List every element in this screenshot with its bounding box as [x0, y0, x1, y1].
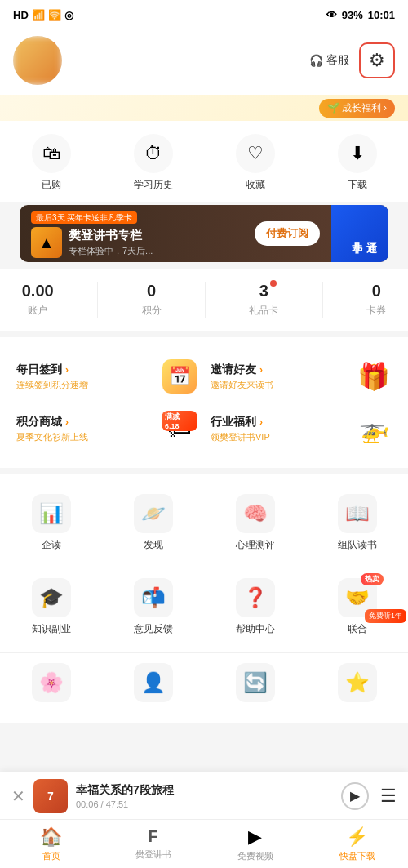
- services-grid-2: 🎓 知识副业 📬 意见反馈 ❓ 帮助中心 热卖 🤝 联合 免费听1年: [0, 568, 408, 652]
- avatar[interactable]: [13, 36, 62, 85]
- growth-tag[interactable]: 🌱 成长福利 ›: [319, 99, 395, 118]
- quick-icon-purchased[interactable]: 🛍 已购: [32, 134, 71, 192]
- quick-icon-download[interactable]: ⬇ 下载: [338, 134, 377, 192]
- subscribe-button[interactable]: 付费订阅: [255, 221, 320, 246]
- feedback-icon: 📬: [134, 578, 173, 617]
- service-psychology[interactable]: 🧠 心理测评: [204, 484, 306, 562]
- stat-account[interactable]: 0.00 账户: [22, 282, 54, 318]
- feature-invite[interactable]: 邀请好友 › 邀请好友来读书 🎁: [204, 350, 398, 403]
- nav-fast-download[interactable]: ⚡ 快盘下载: [306, 823, 408, 866]
- promo-section: 最后3天 买年卡送非凡季卡 ▲ 樊登讲书专栏 专栏体验中，7天后... 付费订阅…: [10, 205, 398, 262]
- status-signal: 📶: [32, 9, 45, 21]
- service-extra-2[interactable]: 👤: [102, 653, 204, 717]
- services-grid-1: 📊 企读 🪐 发现 🧠 心理测评 📖 组队读书: [0, 484, 408, 568]
- favorites-label: 收藏: [246, 178, 265, 192]
- status-wifi: 🛜: [48, 9, 61, 21]
- service-extra-1[interactable]: 🌸: [0, 653, 102, 717]
- service-joint[interactable]: 热卖 🤝 联合 免费听1年: [306, 568, 408, 646]
- purchased-icon: 🛍: [32, 134, 71, 173]
- player-controls: ▶ ☰: [341, 782, 397, 810]
- growth-label: 🌱 成长福利: [327, 101, 381, 115]
- stat-gift-card[interactable]: 3 礼品卡: [249, 282, 278, 318]
- gift-card-dot: [270, 280, 277, 287]
- stat-divider-3: [322, 282, 323, 318]
- service-help[interactable]: ❓ 帮助中心: [204, 568, 306, 646]
- setting-button[interactable]: ⚙: [359, 42, 395, 78]
- services-grid-3: 🌸 👤 🔄 ⭐: [0, 652, 408, 723]
- player-list-button[interactable]: ☰: [380, 786, 397, 807]
- feature-industry-content: 行业福利 › 领樊登讲书VIP: [211, 415, 349, 443]
- growth-banner[interactable]: 🌱 成长福利 ›: [0, 95, 408, 121]
- headphone-icon: 🎧: [309, 54, 323, 67]
- nav-fast-label: 快盘下载: [339, 850, 375, 862]
- feature-industry[interactable]: 行业福利 › 领樊登讲书VIP 🚁: [204, 403, 398, 455]
- history-label: 学习历史: [134, 178, 173, 192]
- player-play-button[interactable]: ▶: [341, 782, 369, 810]
- quick-icon-history[interactable]: ⏱ 学习历史: [134, 134, 173, 192]
- hot-badge: 热卖: [361, 573, 384, 585]
- stat-coupon[interactable]: 0 卡券: [366, 282, 386, 318]
- signin-icon: 📅: [162, 358, 197, 394]
- battery-indicator: 93%: [342, 9, 363, 21]
- psychology-icon: 🧠: [236, 494, 275, 533]
- extra-3-icon: 🔄: [236, 663, 275, 702]
- stat-divider-2: [205, 282, 206, 318]
- history-icon: ⏱: [134, 134, 173, 173]
- player-close-button[interactable]: ✕: [11, 786, 25, 806]
- enterprise-icon: 📊: [32, 494, 71, 533]
- status-bar: HD 📶 🛜 ◎ 👁 93% 10:01: [0, 0, 408, 29]
- promo-text: 樊登讲书专栏 专栏体验中，7天后...: [69, 228, 153, 257]
- status-extra: ◎: [64, 9, 73, 21]
- stat-points[interactable]: 0 积分: [142, 282, 162, 318]
- quick-icon-favorites[interactable]: ♡ 收藏: [236, 134, 275, 192]
- home-icon: 🏠: [40, 826, 62, 848]
- player-thumbnail: 7: [33, 779, 68, 813]
- player-info: 幸福关系的7段旅程 00:06 / 47:51: [76, 783, 333, 809]
- player-title: 幸福关系的7段旅程: [76, 783, 333, 798]
- nav-free-video[interactable]: ▶ 免费视频: [204, 823, 306, 866]
- favorites-icon: ♡: [236, 134, 275, 173]
- promo-right-card[interactable]: 非凡开通: [331, 205, 388, 262]
- service-knowledge[interactable]: 🎓 知识副业: [0, 568, 102, 646]
- status-hd: HD: [13, 9, 29, 21]
- service-feedback[interactable]: 📬 意见反馈: [102, 568, 204, 646]
- bottom-player: ✕ 7 幸福关系的7段旅程 00:06 / 47:51 ▶ ☰: [0, 772, 408, 819]
- feature-daily-signin[interactable]: 每日签到 › 连续签到积分速增 📅: [10, 350, 204, 403]
- status-time: 10:01: [368, 9, 395, 21]
- nav-fandeng[interactable]: F 樊登讲书: [102, 824, 204, 864]
- status-right: 👁 93% 10:01: [326, 9, 395, 21]
- discover-icon: 🪐: [134, 494, 173, 533]
- promo-left: 最后3天 买年卡送非凡季卡 ▲ 樊登讲书专栏 专栏体验中，7天后...: [31, 209, 153, 258]
- team-reading-icon: 📖: [338, 494, 377, 533]
- service-extra-4[interactable]: ⭐: [306, 653, 408, 717]
- growth-arrow: ›: [384, 102, 387, 114]
- mall-badge: 满减 6.18: [162, 411, 197, 431]
- notification-dot: [54, 38, 60, 44]
- stats-row: 0.00 账户 0 积分 3 礼品卡 0 卡券: [0, 269, 408, 331]
- player-time: 00:06 / 47:51: [76, 799, 333, 809]
- purchased-label: 已购: [42, 178, 61, 192]
- nav-home[interactable]: 🏠 首页: [0, 823, 102, 866]
- feature-mall-content: 积分商城 › 夏季文化衫新上线: [16, 415, 155, 443]
- stat-divider-1: [97, 282, 98, 318]
- service-discover[interactable]: 🪐 发现: [102, 484, 204, 562]
- header-left: [13, 36, 62, 85]
- service-team-reading[interactable]: 📖 组队读书: [306, 484, 408, 562]
- mall-icon: 🏷 满减 6.18: [162, 411, 197, 447]
- service-extra-3[interactable]: 🔄: [204, 653, 306, 717]
- feature-points-mall[interactable]: 积分商城 › 夏季文化衫新上线 🏷 满减 6.18: [10, 403, 204, 455]
- promo-badge: 最后3天 买年卡送非凡季卡: [31, 211, 137, 224]
- features-grid: 每日签到 › 连续签到积分速增 📅 邀请好友 › 邀请好友来读书 🎁: [10, 350, 398, 455]
- customer-service-button[interactable]: 🎧 客服: [309, 53, 349, 68]
- gear-icon: ⚙: [369, 50, 385, 71]
- industry-icon: 🚁: [356, 411, 392, 447]
- service-enterprise[interactable]: 📊 企读: [0, 484, 102, 562]
- play-circle-icon: ▶: [248, 826, 262, 848]
- header-right: 🎧 客服 ⚙: [309, 42, 395, 78]
- features-section: 每日签到 › 连续签到积分速增 📅 邀请好友 › 邀请好友来读书 🎁: [0, 337, 408, 468]
- download-label: 下载: [348, 178, 367, 192]
- header: 🎧 客服 ⚙: [0, 29, 408, 95]
- extra-2-icon: 👤: [134, 663, 173, 702]
- quick-icons-row: 🛍 已购 ⏱ 学习历史 ♡ 收藏 ⬇ 下载: [0, 121, 408, 202]
- feature-invite-content: 邀请好友 › 邀请好友来读书: [211, 363, 349, 391]
